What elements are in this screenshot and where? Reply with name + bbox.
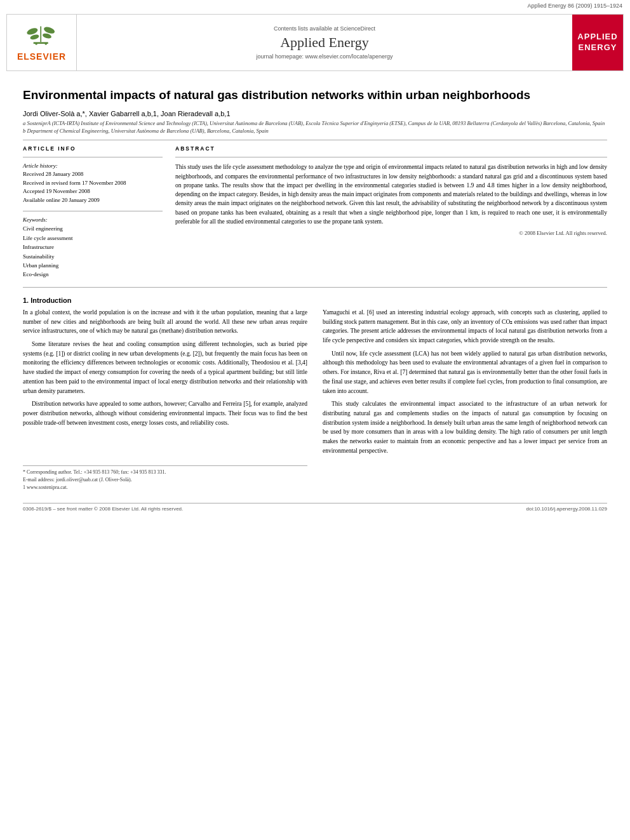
science-direct-line: Contents lists available at ScienceDirec… — [274, 25, 375, 32]
intro-para-4: Yamaguchi et al. [6] used an interesting… — [323, 308, 607, 345]
elsevier-label: ELSEVIER — [17, 51, 66, 62]
journal-header: ELSEVIER Contents lists available at Sci… — [6, 14, 624, 71]
available-date: Available online 20 January 2009 — [23, 196, 163, 205]
abstract-col: Abstract This study uses the life cycle … — [175, 145, 607, 279]
introduction-section: 1. Introduction In a global context, the… — [23, 297, 607, 492]
keywords-title: Keywords: — [23, 217, 163, 223]
introduction-heading: 1. Introduction — [23, 297, 607, 304]
svg-point-4 — [42, 32, 52, 39]
abstract-text: This study uses the life cycle assessmen… — [175, 163, 607, 226]
footnote-1: 1 www.sostenipra.cat. — [23, 484, 307, 491]
divider-1 — [23, 140, 607, 140]
applied-energy-badge: APPLIED ENERGY — [572, 15, 623, 70]
received-revised-date: Received in revised form 17 November 200… — [23, 179, 163, 188]
journal-homepage: journal homepage: www.elsevier.com/locat… — [256, 53, 392, 60]
article-info-label: Article Info — [23, 145, 163, 152]
keyword-1: Civil engineering — [23, 224, 163, 233]
divider-2 — [23, 157, 163, 157]
accepted-date: Accepted 19 November 2008 — [23, 187, 163, 196]
authors-line: Jordi Oliver-Solà a,*, Xavier Gabarrell … — [23, 110, 607, 117]
history-title: Article history: — [23, 163, 163, 169]
journal-center: Contents lists available at ScienceDirec… — [77, 15, 572, 70]
keyword-6: Eco-design — [23, 270, 163, 279]
article-history: Article history: Received 28 January 200… — [23, 163, 163, 204]
divider-4 — [175, 157, 607, 157]
issn-line: 0306-2619/$ – see front matter © 2008 El… — [23, 506, 183, 512]
elsevier-graphic-icon — [20, 23, 64, 49]
paper-title: Environmental impacts of natural gas dis… — [23, 88, 607, 103]
intro-right-col: Yamaguchi et al. [6] used an interesting… — [323, 308, 607, 492]
intro-para-2: Some literature revises the heat and coo… — [23, 340, 307, 396]
intro-left-col: In a global context, the world populatio… — [23, 308, 307, 492]
keyword-3: Infrastructure — [23, 243, 163, 251]
received-date: Received 28 January 2008 — [23, 170, 163, 179]
journal-reference: Applied Energy 86 (2009) 1915–1924 — [0, 0, 630, 11]
footnote-star: * Corresponding author. Tel.: +34 935 81… — [23, 469, 307, 476]
doi-line: doi:10.1016/j.apenergy.2008.11.029 — [526, 506, 607, 512]
keywords-section: Keywords: Civil engineering Life cycle a… — [23, 217, 163, 279]
svg-point-7 — [44, 43, 47, 45]
article-info-col: Article Info Article history: Received 2… — [23, 145, 163, 279]
divider-5 — [23, 287, 607, 288]
affiliations: a SosteniprA (ICTA-IRTA) Institute of En… — [23, 120, 607, 135]
svg-point-6 — [35, 43, 37, 45]
intro-para-6: This study calculates the environmental … — [323, 399, 607, 455]
intro-para-1: In a global context, the world populatio… — [23, 308, 307, 336]
bottom-bar: 0306-2619/$ – see front matter © 2008 El… — [23, 503, 607, 512]
svg-rect-0 — [40, 26, 41, 42]
article-meta-section: Article Info Article history: Received 2… — [23, 145, 607, 279]
intro-para-3: Distribution networks have appealed to s… — [23, 399, 307, 427]
divider-3 — [23, 211, 163, 211]
elsevier-logo: ELSEVIER — [7, 15, 77, 70]
copyright-line: © 2008 Elsevier Ltd. All rights reserved… — [175, 230, 607, 236]
svg-point-2 — [29, 34, 39, 41]
keyword-4: Sustainability — [23, 252, 163, 261]
introduction-two-col: In a global context, the world populatio… — [23, 308, 607, 492]
abstract-label: Abstract — [175, 145, 607, 152]
keyword-5: Urban planning — [23, 261, 163, 270]
journal-title: Applied Energy — [280, 34, 369, 51]
intro-para-5: Until now, life cycle assessment (LCA) h… — [323, 349, 607, 396]
footnote-email: E-mail address: jordi.oliver@uab.cat (J.… — [23, 476, 307, 484]
keyword-2: Life cycle assessment — [23, 234, 163, 243]
content-area: Environmental impacts of natural gas dis… — [0, 74, 630, 498]
footnotes-area: * Corresponding author. Tel.: +34 935 81… — [23, 465, 307, 491]
